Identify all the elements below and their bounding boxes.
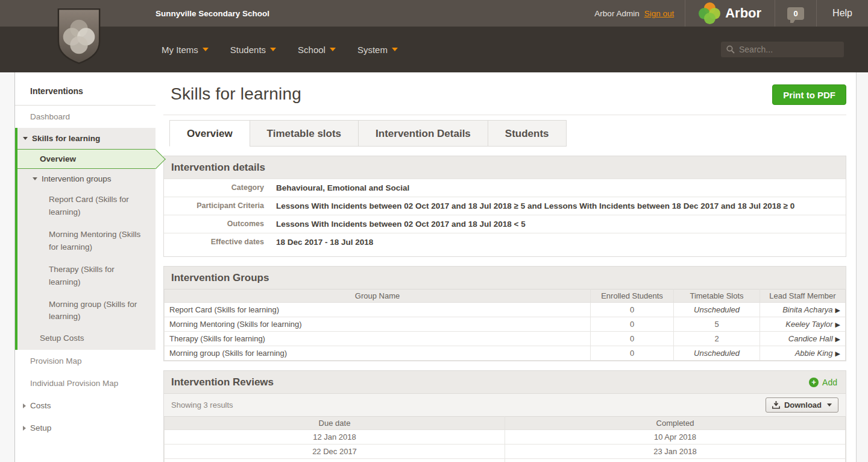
row-expand-arrow-icon: ▶ (835, 306, 840, 314)
column-header-group-name: Group Name (165, 290, 591, 303)
main-nav-bar: My Items Students School System (0, 27, 868, 72)
print-to-pdf-button[interactable]: Print to PDF (772, 84, 846, 105)
sidebar-item-dashboard[interactable]: Dashboard (15, 106, 156, 128)
table-row[interactable]: 22 Dec 2017 23 Jan 2018 (165, 445, 846, 459)
staff-name: Candice Hall (788, 334, 833, 343)
chevron-down-icon (33, 177, 37, 180)
table-row[interactable]: Therapy (Skills for learning) 0 2 Candic… (165, 332, 846, 346)
nav-item-my-items[interactable]: My Items (162, 45, 209, 55)
nav-item-system[interactable]: System (357, 45, 398, 55)
sidebar-item-intervention-groups[interactable]: Intervention groups (17, 169, 156, 189)
slots-cell: Unscheduled (674, 303, 760, 317)
nav-item-label: My Items (162, 45, 198, 55)
nav-menu: My Items Students School System (162, 45, 398, 55)
sidebar-active-label: Overview (40, 154, 76, 163)
column-header-enrolled-students: Enrolled Students (591, 290, 674, 303)
arbor-brand[interactable]: Arbor (685, 0, 775, 27)
tab-overview[interactable]: Overview (169, 120, 250, 147)
section-title: Intervention Reviews (171, 376, 274, 388)
due-date-cell: 12 Jan 2018 (165, 430, 505, 445)
intervention-details-heading: Intervention details (164, 156, 846, 179)
table-row[interactable]: Morning group (Skills for learning) 0 Un… (165, 346, 846, 361)
staff-cell[interactable]: Keeley Taylor▶ (760, 317, 846, 332)
sidebar-item-morning-mentoring[interactable]: Morning Mentoring (Skills for learning) (17, 224, 156, 259)
main-header: Skills for learning Print to PDF (163, 83, 846, 105)
nav-item-school[interactable]: School (298, 45, 336, 55)
detail-label: Participant Criteria (164, 201, 276, 210)
user-area: Arbor Admin Sign out (583, 0, 685, 27)
left-gutter (0, 72, 15, 462)
section-title: Intervention details (171, 162, 265, 174)
table-header-row: Due date Completed (165, 417, 846, 430)
table-row[interactable]: 12 Jan 2018 10 Apr 2018 (165, 430, 846, 445)
nav-item-label: System (357, 45, 388, 55)
detail-row-effective-dates[interactable]: Effective dates 18 Dec 2017 - 18 Jul 201… (164, 233, 846, 251)
sidebar-item-individual-provision-map[interactable]: Individual Provision Map (15, 372, 156, 394)
search-input[interactable] (739, 45, 848, 54)
sidebar-item-report-card[interactable]: Report Card (Skills for learning) (17, 189, 156, 224)
detail-row-participant-criteria[interactable]: Participant Criteria Lessons With Incide… (164, 197, 846, 215)
nav-item-label: Students (230, 45, 266, 55)
chevron-down-icon (827, 403, 832, 407)
staff-cell[interactable]: Abbie King▶ (760, 346, 846, 361)
add-review-button[interactable]: + Add (809, 378, 837, 387)
table-row[interactable]: Report Card (Skills for learning) 0 Unsc… (165, 303, 846, 317)
group-name-cell: Morning group (Skills for learning) (165, 346, 591, 361)
sidebar-item-therapy[interactable]: Therapy (Skills for learning) (17, 259, 156, 294)
table-row[interactable]: 24 May 2018 (165, 459, 846, 462)
notifications-button[interactable]: 0 (775, 0, 816, 27)
sidebar-item-skills-for-learning[interactable]: Skills for learning (17, 128, 156, 149)
tab-intervention-details[interactable]: Intervention Details (358, 120, 488, 147)
global-search[interactable] (721, 42, 844, 57)
table-row[interactable]: Morning Mentoring (Skills for learning) … (165, 317, 846, 332)
detail-value: Lessons With Incidents between 02 Oct 20… (276, 220, 534, 229)
chevron-down-icon (270, 48, 276, 51)
enrolled-cell: 0 (591, 303, 674, 317)
detail-row-outcomes[interactable]: Outcomes Lessons With Incidents between … (164, 215, 846, 233)
arbor-clover-logo-icon (699, 2, 720, 24)
download-label: Download (784, 400, 822, 410)
chevron-down-icon (330, 48, 336, 51)
sidebar-item-costs[interactable]: Costs (15, 394, 156, 417)
staff-name: Keeley Taylor (785, 320, 832, 329)
staff-name: Abbie King (795, 349, 833, 358)
slots-cell: 5 (674, 317, 760, 332)
intervention-reviews-heading: Intervention Reviews + Add (164, 371, 846, 393)
tab-timetable-slots[interactable]: Timetable slots (250, 120, 359, 147)
chevron-down-icon (203, 48, 209, 51)
detail-value: Behavioural, Emotional and Social (276, 183, 418, 192)
section-title: Intervention Groups (171, 272, 269, 284)
enrolled-cell: 0 (591, 317, 674, 332)
tab-students[interactable]: Students (488, 120, 567, 147)
detail-value: 18 Dec 2017 - 18 Jul 2018 (276, 238, 382, 247)
search-icon (726, 45, 735, 54)
slots-cell: Unscheduled (674, 346, 760, 361)
intervention-groups-section: Intervention Groups Group Name Enrolled … (163, 266, 846, 361)
group-name-cell: Morning Mentoring (Skills for learning) (165, 317, 591, 332)
staff-cell[interactable]: Candice Hall▶ (760, 332, 846, 346)
right-strip (856, 72, 868, 462)
help-link[interactable]: Help (816, 0, 868, 27)
nav-item-students[interactable]: Students (230, 45, 276, 55)
completed-cell: 10 Apr 2018 (505, 430, 846, 445)
sidebar-item-setup[interactable]: Setup (15, 417, 156, 439)
detail-row-category[interactable]: Category Behavioural, Emotional and Soci… (164, 179, 846, 197)
staff-cell[interactable]: Binita Acharya▶ (760, 303, 846, 317)
download-button[interactable]: Download (766, 397, 838, 413)
sign-out-link[interactable]: Sign out (644, 9, 675, 18)
tab-bar: Overview Timetable slots Intervention De… (169, 120, 846, 147)
column-header-completed: Completed (505, 417, 846, 430)
school-shield-logo-icon (55, 7, 102, 65)
sidebar-heading: Interventions (15, 72, 156, 105)
detail-label: Outcomes (164, 220, 276, 229)
sidebar: Interventions Dashboard Skills for learn… (15, 72, 156, 462)
sidebar-item-provision-map[interactable]: Provision Map (15, 350, 156, 372)
intervention-details-section: Intervention details Category Behavioura… (163, 156, 846, 257)
sidebar-item-overview-active[interactable]: Overview (17, 149, 156, 169)
sidebar-item-morning-group[interactable]: Morning group (Skills for learning) (17, 294, 156, 329)
topbar-right: Arbor Admin Sign out Arbor 0 Help (583, 0, 868, 27)
sidebar-item-setup-costs[interactable]: Setup Costs (17, 328, 156, 350)
school-name: Sunnyville Secondary School (156, 9, 269, 18)
group-name-cell: Therapy (Skills for learning) (165, 332, 591, 346)
group-name-cell: Report Card (Skills for learning) (165, 303, 591, 317)
